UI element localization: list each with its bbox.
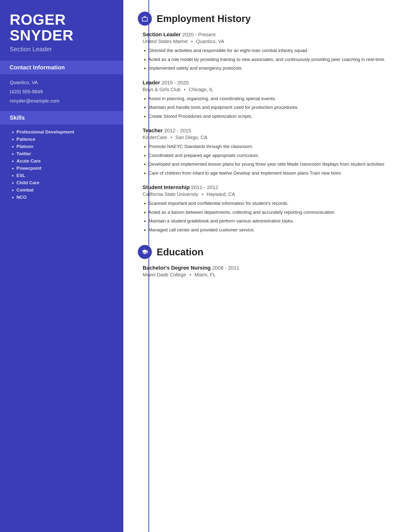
skill-item: ESL	[17, 173, 114, 178]
contact-email: rsnyder@example.com	[10, 97, 114, 104]
job-entry: Leader 2015 - 2020 Boys & Girls Club • C…	[138, 80, 396, 120]
job-title: Section Leader	[10, 46, 114, 53]
skills-section-header: Skills	[0, 111, 123, 124]
contact-phone: (420) 555-9849	[10, 88, 114, 95]
job-bullets: Scanned important and confidential infor…	[143, 200, 396, 233]
education-list: Bachelor's Degree Nursing 2008 - 2011 Mi…	[138, 265, 396, 278]
graduation-icon	[138, 245, 152, 259]
bullet-item: Coordinated and prepared age appropriate…	[149, 152, 396, 159]
bullet-item: Acted as a liaison between departments, …	[149, 209, 396, 216]
employment-section: Employment History Section Leader 2020 -…	[138, 12, 396, 233]
main-content: Employment History Section Leader 2020 -…	[123, 0, 411, 532]
contact-section-header: Contact Information	[0, 61, 123, 74]
skill-item: NCO	[17, 195, 114, 200]
job-bullets: Assist in planning, organizing, and coor…	[143, 95, 396, 120]
skill-item: Twitter	[17, 151, 114, 156]
bullet-item: Developed and implemented lesson plans f…	[149, 161, 396, 168]
skill-item: Acute Care	[17, 158, 114, 164]
skills-section-label: Skills	[10, 114, 120, 121]
bullet-item: Directed the activities and responsible …	[149, 47, 396, 54]
name-block: ROGER SNYDER Section Leader	[10, 12, 114, 53]
education-title: Education	[157, 247, 203, 257]
jobs-list: Section Leader 2020 - Present United Sta…	[138, 31, 396, 233]
edu-school: Miami Dade College • Miami, FL	[143, 272, 396, 278]
job-company: United States Marine • Quantico, VA	[143, 39, 396, 44]
skill-item: Patience	[17, 137, 114, 142]
contact-section-label: Contact Information	[10, 64, 120, 71]
bullet-item: Create Stored Procedures and optimizatio…	[149, 113, 396, 120]
skill-item: Platoon	[17, 144, 114, 149]
bullet-item: Promote NAEYC Standards through the clas…	[149, 143, 396, 150]
skill-item: Powerpoint	[17, 166, 114, 171]
edu-degree: Bachelor's Degree Nursing 2008 - 2011	[143, 265, 396, 271]
job-bullets: Promote NAEYC Standards through the clas…	[143, 143, 396, 177]
job-entry: Teacher 2012 - 2015 KinderCare • San Die…	[138, 127, 396, 177]
job-company: California State University • Hayward, C…	[143, 191, 396, 197]
job-entry: Section Leader 2020 - Present United Sta…	[138, 31, 396, 72]
education-section: Education Bachelor's Degree Nursing 2008…	[138, 245, 396, 278]
job-entry: Student Internship 2011 - 2012 Californi…	[138, 184, 396, 233]
job-bullets: Directed the activities and responsible …	[143, 47, 396, 72]
education-header: Education	[138, 245, 396, 259]
sidebar: ROGER SNYDER Section Leader Contact Info…	[0, 0, 123, 532]
skill-item: Professional Development	[17, 129, 114, 135]
job-company: Boys & Girls Club • Chicago, IL	[143, 87, 396, 92]
job-company: KinderCare • San Diego, CA	[143, 135, 396, 140]
employment-header: Employment History	[138, 12, 396, 26]
bullet-item: Acted as a role model by providing train…	[149, 56, 396, 63]
edu-entry: Bachelor's Degree Nursing 2008 - 2011 Mi…	[138, 265, 396, 278]
contact-location: Quantico, VA	[10, 79, 114, 86]
skills-list: Professional DevelopmentPatiencePlatoonT…	[10, 129, 114, 200]
bullet-item: Maintain a student gradebook and perform…	[149, 218, 396, 225]
bullet-item: Managed call center and provided custome…	[149, 227, 396, 234]
bullet-item: Scanned important and confidential infor…	[149, 200, 396, 207]
bullet-item: Assist in planning, organizing, and coor…	[149, 95, 396, 102]
bullet-item: Maintain and handle tools and equipment …	[149, 104, 396, 111]
skill-item: Child Care	[17, 180, 114, 185]
skill-item: Combat	[17, 187, 114, 193]
bullet-item: Implemented safety and emergency protoco…	[149, 65, 396, 72]
employment-title: Employment History	[157, 13, 251, 24]
full-name: ROGER SNYDER	[10, 12, 114, 43]
job-title-line: Student Internship 2011 - 2012	[143, 184, 396, 190]
briefcase-icon	[138, 12, 152, 26]
bullet-item: Care of children from infant to age twel…	[149, 170, 396, 177]
job-title-line: Leader 2015 - 2020	[143, 80, 396, 86]
job-title-line: Teacher 2012 - 2015	[143, 127, 396, 134]
job-title-line: Section Leader 2020 - Present	[143, 31, 396, 38]
